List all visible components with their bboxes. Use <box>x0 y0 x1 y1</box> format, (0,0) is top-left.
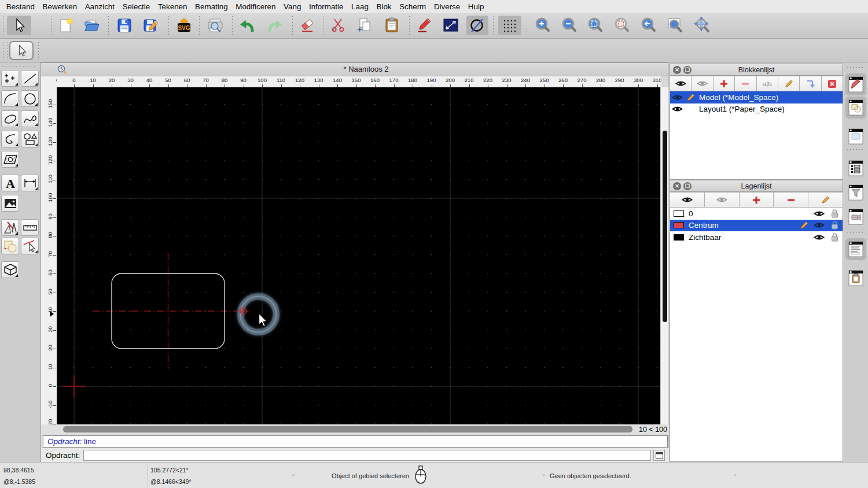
vertical-scrollbar[interactable] <box>660 87 668 424</box>
line-tool[interactable] <box>21 70 39 87</box>
blocks-add-button[interactable] <box>713 76 735 91</box>
zoom-auto-button[interactable] <box>586 16 605 35</box>
hatch-tool[interactable] <box>1 151 19 168</box>
command-dock-button[interactable] <box>845 238 866 260</box>
layers-show-all-button[interactable] <box>670 192 705 208</box>
layers-panel-titlebar[interactable]: ✕ ❐ Lagenlijst <box>670 180 843 192</box>
blocks-rename-button[interactable]: a|b <box>757 76 778 91</box>
draw-tools-tool[interactable] <box>1 219 19 236</box>
blocks-delete-button[interactable] <box>822 76 843 91</box>
layer-visible-icon[interactable] <box>811 234 826 241</box>
horizontal-scrollbar-thumb[interactable] <box>63 426 632 432</box>
circle-tool[interactable] <box>21 90 39 107</box>
text-tool[interactable]: A <box>1 175 19 191</box>
new-document-button[interactable] <box>56 16 76 35</box>
image-tool[interactable] <box>1 195 19 212</box>
blocks-show-all-button[interactable] <box>670 76 692 91</box>
dimension-tool[interactable] <box>21 175 39 191</box>
command-window-button[interactable] <box>653 450 665 461</box>
clipboard-dock-button[interactable] <box>845 267 866 289</box>
shapes-tool[interactable] <box>21 131 39 147</box>
layer-visible-icon[interactable] <box>811 210 826 217</box>
svg-export-button[interactable]: SVG <box>174 16 194 35</box>
pen-edit-button[interactable] <box>414 16 434 35</box>
drawing-canvas[interactable] <box>57 87 660 424</box>
menu-laag[interactable]: Laag <box>347 2 372 11</box>
shapes-dock-button[interactable] <box>845 97 866 119</box>
eraser-button[interactable] <box>297 16 317 35</box>
layer-row-0[interactable]: 0 <box>670 208 843 220</box>
select-entity-tool[interactable] <box>21 238 39 254</box>
solid-3d-tool[interactable] <box>1 261 19 278</box>
horizontal-scrollbar[interactable]: 10 < 100 <box>41 424 669 435</box>
blocks-panel-titlebar[interactable]: ✕ ❐ Blokkenlijst <box>670 64 843 76</box>
menu-informatie[interactable]: Informatie <box>305 2 347 11</box>
menu-hulp[interactable]: Hulp <box>464 2 488 11</box>
block-visible-icon[interactable] <box>670 105 684 113</box>
blocks-edit-button[interactable] <box>778 76 800 91</box>
paste-button[interactable] <box>382 16 402 35</box>
save-as-button[interactable] <box>141 16 161 35</box>
open-file-button[interactable] <box>82 16 102 35</box>
zoom-back-button[interactable] <box>639 16 659 35</box>
layer-lock-icon[interactable] <box>826 233 843 242</box>
layer-row-zichtbaar[interactable]: Zichtbaar <box>670 231 843 243</box>
active-tool-select-button[interactable] <box>9 41 34 60</box>
copy-button[interactable] <box>355 16 374 35</box>
drawing-window-titlebar[interactable]: * Naamloos 2 <box>41 63 668 76</box>
spline-tool[interactable] <box>21 110 39 127</box>
zoom-pan-button[interactable] <box>692 16 712 35</box>
layers-edit-button[interactable] <box>808 192 843 208</box>
undo-button[interactable] <box>238 16 258 35</box>
menu-diverse[interactable]: Diverse <box>430 2 464 11</box>
menu-scherm[interactable]: Scherm <box>395 2 430 11</box>
save-button[interactable] <box>115 16 134 35</box>
block-row-layout1[interactable]: Layout1 (*Paper_Space) <box>670 103 843 116</box>
layer-lock-icon[interactable] <box>826 221 843 230</box>
layer-visible-icon[interactable] <box>811 221 826 229</box>
menu-bestand[interactable]: Bestand <box>2 2 39 11</box>
layers-add-button[interactable] <box>740 192 774 208</box>
zoom-in-button[interactable] <box>533 16 553 35</box>
menu-selectie[interactable]: Selectie <box>119 2 154 11</box>
menu-modificeren[interactable]: Modificeren <box>231 2 279 11</box>
frame-dock-button[interactable] <box>845 125 866 147</box>
measure-tool[interactable] <box>21 219 39 236</box>
layer-lock-icon[interactable] <box>826 209 843 218</box>
menu-bemating[interactable]: Bemating <box>191 2 231 11</box>
layer-row-centrum[interactable]: Centrum <box>670 220 843 232</box>
menu-bewerken[interactable]: Bewerken <box>39 2 81 11</box>
ellipse-tool[interactable] <box>1 110 19 127</box>
layers-hide-all-button[interactable] <box>705 192 740 208</box>
block-row-model[interactable]: Model (*Model_Space) <box>670 91 843 103</box>
blocks-hide-all-button[interactable] <box>692 76 713 91</box>
boolean-tool[interactable] <box>1 238 19 254</box>
camera-dock-button[interactable] <box>845 206 866 228</box>
line-attributes-button[interactable] <box>441 16 461 35</box>
menu-tekenen[interactable]: Tekenen <box>154 2 191 11</box>
redo-button[interactable] <box>264 16 284 35</box>
blocks-remove-button[interactable] <box>735 76 756 91</box>
select-tool-button[interactable] <box>7 16 31 35</box>
zoom-previous-button[interactable] <box>612 16 632 35</box>
command-input[interactable] <box>83 450 651 461</box>
zoom-out-button[interactable] <box>560 16 579 35</box>
menu-aanzicht[interactable]: Aanzicht <box>81 2 119 11</box>
filter-dock-button[interactable] <box>845 182 866 204</box>
arc-tool[interactable] <box>1 90 19 107</box>
pen-dock-button[interactable] <box>845 73 866 95</box>
menu-vang[interactable]: Vang <box>279 2 305 11</box>
points-tool[interactable] <box>1 70 19 87</box>
polyline-tool[interactable] <box>1 131 19 147</box>
menu-blok[interactable]: Blok <box>373 2 396 11</box>
print-preview-button[interactable] <box>205 16 225 35</box>
vertical-scrollbar-thumb[interactable] <box>663 131 667 322</box>
zoom-window-button[interactable] <box>665 16 685 35</box>
blocks-insert-button[interactable] <box>800 76 821 91</box>
grid-toggle-button[interactable] <box>498 16 521 35</box>
cut-button[interactable] <box>328 16 348 35</box>
circle-tool-button[interactable] <box>466 16 488 35</box>
layers-remove-button[interactable] <box>774 192 808 208</box>
list-dock-button[interactable] <box>845 157 866 179</box>
block-visible-icon[interactable] <box>670 94 684 101</box>
